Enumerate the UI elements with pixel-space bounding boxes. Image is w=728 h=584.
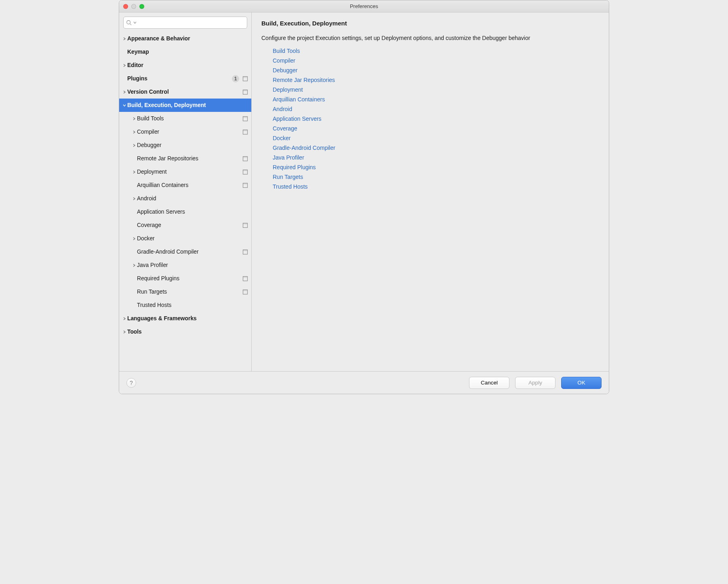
tree-item-label: Tools: [127, 329, 248, 335]
subsection-link[interactable]: Required Plugins: [273, 164, 599, 170]
svg-rect-11: [243, 156, 248, 158]
tree-item[interactable]: Gradle-Android Compiler: [119, 245, 251, 258]
tree-item-label: Docker: [137, 235, 248, 242]
subsection-link[interactable]: Build Tools: [273, 48, 599, 54]
subsection-link[interactable]: Compiler: [273, 57, 599, 64]
subsection-link[interactable]: Java Profiler: [273, 154, 599, 161]
subsection-link[interactable]: Gradle-Android Compiler: [273, 145, 599, 151]
subsection-link[interactable]: Debugger: [273, 67, 599, 74]
tree-item[interactable]: Run Targets: [119, 285, 251, 298]
subsection-link[interactable]: Application Servers: [273, 116, 599, 122]
subsection-link[interactable]: Run Targets: [273, 174, 599, 180]
chevron-down-icon[interactable]: [122, 103, 127, 108]
tree-item-label: Debugger: [137, 142, 248, 148]
tree-item[interactable]: Compiler: [119, 125, 251, 139]
subsection-link[interactable]: Android: [273, 106, 599, 112]
tree-item[interactable]: Build, Execution, Deployment: [119, 99, 251, 112]
tree-item[interactable]: Build Tools: [119, 112, 251, 125]
search-history-chevron-icon[interactable]: [133, 21, 137, 24]
chevron-right-icon[interactable]: [122, 90, 127, 95]
svg-rect-9: [243, 130, 248, 131]
tree-item[interactable]: Debugger: [119, 139, 251, 152]
svg-point-0: [127, 21, 130, 24]
svg-rect-17: [243, 223, 248, 224]
page-title: Build, Execution, Deployment: [261, 20, 599, 27]
tree-item[interactable]: Tools: [119, 325, 251, 338]
subsection-link[interactable]: Trusted Hosts: [273, 183, 599, 190]
subsection-link[interactable]: Docker: [273, 135, 599, 141]
chevron-right-icon[interactable]: [131, 143, 137, 148]
window-traffic-lights: [123, 4, 144, 9]
subsection-link[interactable]: Remote Jar Repositories: [273, 77, 599, 83]
preferences-tree[interactable]: Appearance & BehaviorKeymapEditorPlugins…: [119, 32, 251, 371]
tree-item[interactable]: Required Plugins: [119, 272, 251, 285]
tree-item[interactable]: Docker: [119, 232, 251, 245]
chevron-right-icon[interactable]: [131, 130, 137, 134]
tree-item-label: Remote Jar Repositories: [137, 155, 241, 162]
tree-item[interactable]: Appearance & Behavior: [119, 32, 251, 45]
search-icon: [126, 20, 132, 25]
tree-item-label: Arquillian Containers: [137, 182, 241, 188]
zoom-window-button[interactable]: [139, 4, 144, 9]
tree-item[interactable]: Android: [119, 192, 251, 205]
tree-item-label: Trusted Hosts: [137, 302, 248, 308]
chevron-right-icon[interactable]: [122, 63, 127, 68]
svg-rect-13: [243, 170, 248, 171]
close-window-button[interactable]: [123, 4, 128, 9]
chevron-right-icon[interactable]: [122, 36, 127, 41]
tree-item[interactable]: Plugins1: [119, 72, 251, 85]
help-button[interactable]: ?: [126, 378, 136, 388]
chevron-right-icon[interactable]: [131, 170, 137, 174]
tree-item[interactable]: Keymap: [119, 45, 251, 59]
tree-item-label: Build Tools: [137, 116, 241, 122]
tree-item[interactable]: Trusted Hosts: [119, 298, 251, 312]
preferences-sidebar: Appearance & BehaviorKeymapEditorPlugins…: [119, 13, 252, 371]
tree-item[interactable]: Deployment: [119, 165, 251, 179]
subsection-link[interactable]: Arquillian Containers: [273, 96, 599, 103]
tree-item[interactable]: Arquillian Containers: [119, 179, 251, 192]
chevron-right-icon[interactable]: [122, 330, 127, 334]
project-level-settings-icon: [242, 223, 248, 228]
tree-item[interactable]: Remote Jar Repositories: [119, 152, 251, 165]
tree-item-label: Deployment: [137, 169, 241, 175]
project-level-settings-icon: [242, 169, 248, 175]
chevron-right-icon[interactable]: [131, 196, 137, 201]
subsection-links: Build ToolsCompilerDebuggerRemote Jar Re…: [261, 48, 599, 190]
tree-item[interactable]: Coverage: [119, 218, 251, 232]
ok-button[interactable]: OK: [561, 377, 602, 389]
subsection-link[interactable]: Coverage: [273, 125, 599, 132]
svg-rect-19: [243, 250, 248, 251]
project-level-settings-icon: [242, 276, 248, 281]
svg-rect-21: [243, 276, 248, 277]
chevron-right-icon[interactable]: [122, 316, 127, 321]
tree-item[interactable]: Version Control: [119, 85, 251, 99]
tree-item[interactable]: Application Servers: [119, 205, 251, 218]
search-input[interactable]: [138, 19, 244, 26]
search-wrap: [119, 13, 251, 32]
apply-button[interactable]: Apply: [515, 377, 555, 389]
search-field[interactable]: [123, 17, 247, 29]
tree-item-label: Keymap: [127, 49, 248, 55]
tree-item-label: Android: [137, 195, 248, 202]
tree-item-label: Java Profiler: [137, 262, 248, 268]
tree-item[interactable]: Editor: [119, 59, 251, 72]
chevron-right-icon[interactable]: [131, 116, 137, 121]
tree-item-label: Languages & Frameworks: [127, 315, 248, 321]
help-icon: ?: [130, 380, 133, 386]
tree-item[interactable]: Languages & Frameworks: [119, 312, 251, 325]
tree-item-label: Compiler: [137, 129, 241, 135]
tree-item-label: Gradle-Android Compiler: [137, 249, 241, 255]
cancel-button[interactable]: Cancel: [469, 377, 509, 389]
svg-rect-7: [243, 116, 248, 118]
tree-item-label: Application Servers: [137, 209, 248, 215]
tree-item[interactable]: Java Profiler: [119, 258, 251, 272]
dialog-footer: ? Cancel Apply OK: [119, 371, 609, 394]
svg-rect-23: [243, 290, 248, 291]
chevron-right-icon[interactable]: [131, 236, 137, 241]
subsection-link[interactable]: Deployment: [273, 86, 599, 93]
project-level-settings-icon: [242, 156, 248, 162]
minimize-window-button[interactable]: [131, 4, 136, 9]
project-level-settings-icon: [242, 289, 248, 295]
svg-rect-15: [243, 183, 248, 184]
chevron-right-icon[interactable]: [131, 263, 137, 268]
